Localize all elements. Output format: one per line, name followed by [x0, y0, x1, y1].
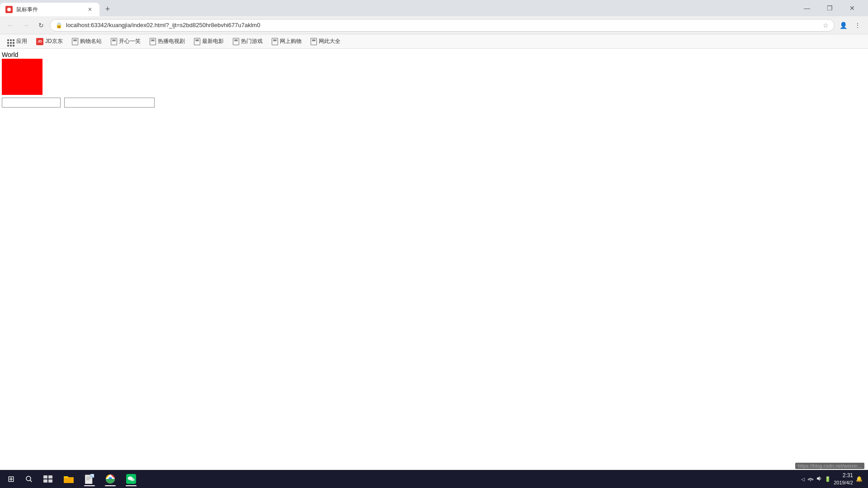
bookmark-allweb-label: 网此大全	[319, 38, 340, 45]
svg-rect-3	[43, 475, 47, 479]
taskbar-right: ◁ 🔋 2:31 2019/4/2 🔔	[801, 472, 866, 486]
taskbar: ⊞	[0, 470, 868, 488]
svg-rect-5	[43, 479, 47, 483]
svg-point-0	[7, 8, 11, 11]
bookmark-newmovie[interactable]: 最新电影	[190, 37, 227, 46]
svg-rect-8	[64, 476, 68, 478]
address-bar[interactable]: 🔒 localhost:63342/kuangjia/index02.html?…	[50, 19, 835, 32]
red-box	[2, 59, 42, 95]
input-field-2[interactable]	[64, 98, 155, 108]
bookmark-newmovie-label: 最新电影	[202, 38, 224, 45]
minimize-button[interactable]: —	[797, 0, 817, 16]
window-controls: — ❐ ✕	[791, 0, 868, 16]
input-field-1[interactable]	[2, 98, 61, 108]
tab-strip: 鼠标事件 ✕ +	[0, 0, 791, 16]
favicon-img	[5, 6, 13, 13]
bookmark-jd[interactable]: JD JD京东	[33, 37, 66, 46]
bookmark-hotgame-label: 热门游戏	[241, 38, 263, 45]
apps-grid-icon	[7, 36, 14, 47]
jd-icon: JD	[36, 38, 43, 45]
title-bar: 鼠标事件 ✕ + — ❐ ✕	[0, 0, 868, 16]
new-tab-button[interactable]: +	[101, 3, 114, 15]
doc-icon-onlineshopping	[272, 38, 278, 45]
bookmark-allweb[interactable]: 网此大全	[307, 37, 344, 46]
browser-window: 鼠标事件 ✕ + — ❐ ✕ ← → ↻ 🔒 localhost:63342/k…	[0, 0, 868, 488]
bookmark-hotgame[interactable]: 热门游戏	[229, 37, 266, 46]
maximize-button[interactable]: ❐	[819, 0, 840, 16]
user-button[interactable]: 👤	[836, 19, 850, 32]
input-row	[2, 98, 866, 108]
doc-icon-hotdrama	[150, 38, 156, 45]
doc-icon-allweb	[311, 38, 317, 45]
taskbar-app-explorer[interactable]	[59, 471, 79, 487]
taskbar-search-button[interactable]	[21, 471, 37, 487]
tab-title: 鼠标事件	[16, 6, 82, 14]
world-container: World	[2, 51, 866, 108]
taskbar-apps	[38, 471, 141, 487]
bookmark-onlineshopping[interactable]: 网上购物	[268, 37, 305, 46]
menu-button[interactable]: ⋮	[851, 19, 864, 32]
bookmark-shopping[interactable]: 购物名站	[68, 37, 105, 46]
forward-button[interactable]: →	[19, 19, 33, 32]
svg-point-16	[131, 478, 135, 481]
bookmark-star-icon[interactable]: ☆	[823, 22, 829, 29]
bookmark-apps[interactable]: 应用	[4, 35, 31, 47]
doc-icon-hotgame	[233, 38, 239, 45]
bookmark-onlineshopping-label: 网上购物	[280, 38, 302, 45]
svg-rect-10	[86, 477, 91, 478]
notification-icon[interactable]: 🔔	[856, 476, 863, 482]
taskbar-system-icons: ◁ 🔋	[801, 476, 831, 483]
doc-icon-shopping	[72, 38, 78, 45]
bookmark-apps-label: 应用	[16, 38, 27, 45]
svg-rect-6	[48, 479, 52, 483]
tab-close-button[interactable]: ✕	[86, 5, 94, 14]
world-text: World	[2, 51, 18, 58]
url-text: localhost:63342/kuangjia/index02.html?_i…	[66, 22, 819, 28]
taskbar-app-csdn[interactable]	[121, 471, 141, 487]
bookmark-kaixin-label: 开心一笑	[119, 38, 141, 45]
back-button[interactable]: ←	[4, 19, 17, 32]
svg-line-2	[30, 480, 32, 482]
active-tab[interactable]: 鼠标事件 ✕	[0, 3, 99, 16]
taskbar-app-chrome[interactable]	[100, 471, 120, 487]
svg-rect-11	[86, 478, 91, 479]
svg-point-17	[810, 480, 811, 481]
refresh-button[interactable]: ↻	[34, 19, 48, 32]
network-icon[interactable]	[807, 476, 814, 483]
taskbar-clock[interactable]: 2:31 2019/4/2	[834, 472, 853, 486]
clock-time: 2:31	[834, 472, 853, 479]
tab-favicon	[5, 6, 13, 13]
navigation-bar: ← → ↻ 🔒 localhost:63342/kuangjia/index02…	[0, 16, 868, 34]
doc-icon-kaixin	[111, 38, 117, 45]
close-button[interactable]: ✕	[842, 0, 863, 16]
start-button[interactable]: ⊞	[2, 471, 20, 487]
volume-icon[interactable]	[816, 476, 822, 483]
bookmark-kaixin[interactable]: 开心一笑	[107, 37, 144, 46]
bookmark-jd-label: JD京东	[45, 38, 63, 45]
nav-right-buttons: 👤 ⋮	[836, 19, 864, 32]
chevron-left-icon[interactable]: ◁	[801, 477, 805, 482]
bookmark-hotdrama[interactable]: 热播电视剧	[146, 37, 189, 46]
doc-icon-newmovie	[194, 38, 200, 45]
svg-marker-18	[817, 476, 820, 481]
bookmark-hotdrama-label: 热播电视剧	[158, 38, 185, 45]
lock-icon: 🔒	[56, 22, 62, 28]
battery-icon: 🔋	[825, 476, 831, 482]
clock-date: 2019/4/2	[834, 479, 853, 486]
taskbar-app-kuangjia[interactable]	[80, 471, 99, 487]
status-hint: https://blog.csdn.net/weixin...	[795, 463, 864, 469]
bookmark-shopping-label: 购物名站	[80, 38, 102, 45]
bookmarks-bar: 应用 JD JD京东 购物名站 开心一笑 热播电视	[0, 34, 868, 49]
svg-rect-12	[86, 479, 90, 480]
page-content: World	[0, 49, 868, 488]
taskbar-app-task-view[interactable]	[38, 471, 58, 487]
svg-rect-4	[48, 475, 52, 479]
